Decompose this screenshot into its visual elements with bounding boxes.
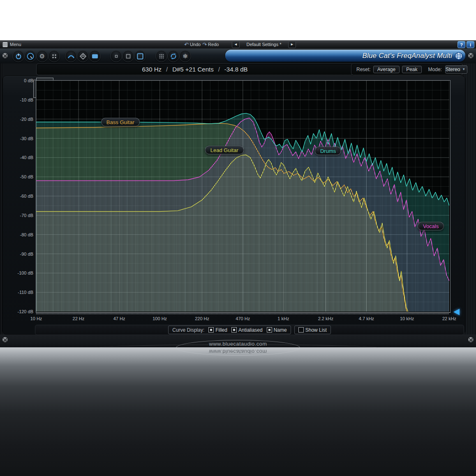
plugin-title: Blue Cat's FreqAnalyst Multi [362, 52, 452, 60]
toolbar-icons: ⚙ ❄ [12, 50, 191, 62]
curve-label[interactable]: Lead Guitar [205, 146, 244, 154]
plugin-window: Menu ↶ Undo ↷ Redo ◀ Default Settings * … [0, 40, 476, 347]
show-list-button[interactable]: Show List [294, 326, 331, 334]
settings-button[interactable]: ⚙ [36, 50, 48, 62]
website-text: www.bluecataudio.com [0, 348, 476, 354]
show-list-button[interactable]: Show List [294, 360, 331, 369]
name-checkbox[interactable]: Name [267, 327, 287, 333]
readout-separator: / [166, 66, 168, 73]
medium-square-icon [125, 53, 132, 60]
curve-display-group: Curve Display: Filled Antialiased Name [168, 360, 291, 369]
checkbox-icon [231, 327, 237, 333]
sync-button[interactable] [167, 50, 179, 62]
checkbox-icon [267, 327, 272, 333]
info-button[interactable]: i [467, 41, 474, 48]
readout-level: -34.8 dB [224, 66, 248, 73]
grid-button[interactable] [155, 50, 167, 62]
slider-arrow-icon[interactable] [453, 309, 460, 315]
small-view-button[interactable] [110, 50, 122, 62]
reset-average-button[interactable]: Average [373, 66, 400, 73]
snowflake-icon: ❄ [183, 53, 188, 59]
undo-button[interactable]: ↶ Undo [184, 42, 201, 47]
knob-button[interactable] [24, 50, 36, 62]
freeze-button[interactable]: ❄ [179, 50, 191, 62]
large-view-button[interactable] [134, 50, 146, 62]
filled-rect-icon [91, 53, 99, 59]
filled-checkbox[interactable]: Filled [208, 327, 227, 333]
medium-view-button[interactable] [122, 50, 134, 62]
curve-display-label: Curve Display: [172, 362, 204, 368]
chevron-down-icon: ▼ [460, 67, 467, 71]
x-tick-label: 1 kHz [277, 316, 289, 321]
reset-label: Reset: [356, 67, 371, 72]
reset-peak-button[interactable]: Peak [402, 66, 421, 73]
checkbox-icon [298, 327, 304, 333]
curve-mode-button[interactable] [65, 50, 77, 62]
preset-name[interactable]: Default Settings * [240, 42, 288, 47]
x-tick-label: 10 kHz [400, 316, 414, 321]
redo-icon: ↷ [202, 42, 207, 47]
fill-display-button[interactable] [89, 50, 101, 62]
filled-checkbox[interactable]: Filled [208, 362, 227, 368]
curve-label[interactable]: Drums [315, 146, 341, 155]
power-button[interactable] [12, 50, 24, 62]
spectrum-display[interactable]: Bass GuitarLead GuitarVocalsDrums [36, 80, 451, 313]
channels-button[interactable] [48, 50, 60, 62]
analyzer-panel: 0 dB-10 dB-20 dB-30 dB-40 dB-50 dB-60 dB… [2, 360, 465, 476]
redo-button[interactable]: ↷ Redo [202, 42, 219, 47]
y-tick-label: -120 dB [13, 381, 33, 386]
y-tick-label: -100 dB [13, 419, 33, 424]
y-tick-label: -30 dB [13, 136, 33, 141]
diamond-range-icon [79, 53, 87, 60]
undo-icon: ↶ [184, 42, 189, 47]
grid-dots-icon [158, 53, 165, 60]
frequency-readout: 630 Hz / D#5 +21 Cents / -34.8 dB [36, 63, 354, 75]
left-bevel [0, 347, 3, 476]
curve-label[interactable]: Bass Guitar [101, 118, 140, 126]
gear-icon: ⚙ [39, 53, 45, 59]
x-tick-label: 220 Hz [195, 374, 209, 379]
help-button[interactable]: ? [458, 41, 465, 48]
range-button[interactable] [77, 50, 89, 62]
antialiased-label: Antialiased [238, 327, 263, 333]
antialiased-label: Antialiased [238, 362, 263, 368]
antialiased-checkbox[interactable]: Antialiased [231, 362, 263, 368]
curve-display-group: Curve Display: Filled Antialiased Name [168, 326, 291, 334]
y-tick-label: -10 dB [13, 97, 33, 102]
curve-label[interactable]: Vocals [418, 464, 444, 473]
x-tick-label: 47 Hz [113, 316, 125, 321]
curve-display-bar: Curve Display: Filled Antialiased Name [35, 360, 464, 370]
antialiased-checkbox[interactable]: Antialiased [231, 327, 263, 333]
y-tick-label: 0 dB [13, 78, 33, 83]
next-preset-button[interactable]: ▶ [288, 41, 296, 48]
x-tick-label: 470 Hz [236, 374, 250, 379]
previous-preset-button[interactable]: ◀ [232, 41, 240, 48]
title-band: Blue Cat's FreqAnalyst Multi [225, 50, 465, 62]
globe-icon [455, 52, 463, 60]
checkbox-icon [208, 327, 214, 333]
reset-mode-controls: Reset: Average Peak Mode: Stereo ▼ [351, 63, 463, 75]
undo-label: Undo [190, 42, 201, 47]
menu-button[interactable]: Menu [0, 42, 21, 47]
x-tick-label: 10 Hz [30, 374, 42, 379]
spectrum-display[interactable]: Bass GuitarLead GuitarVocalsDrums [36, 382, 451, 476]
frequency-tick-strip [36, 380, 449, 382]
filled-label: Filled [215, 327, 227, 333]
curve-icon [67, 53, 75, 60]
x-tick-label: 22 kHz [442, 374, 456, 379]
name-checkbox[interactable]: Name [267, 362, 287, 368]
page: Menu ↶ Undo ↷ Redo ◀ Default Settings * … [0, 0, 476, 476]
x-tick-label: 2.2 kHz [318, 316, 333, 321]
menu-icon [2, 42, 8, 47]
readout-note: D#5 +21 Cents [172, 66, 213, 73]
right-bevel [464, 49, 476, 347]
frequency-tick-strip [36, 312, 449, 314]
x-tick-label: 4.7 kHz [359, 374, 374, 379]
show-list-label: Show List [305, 327, 327, 333]
slider-arrow-icon[interactable] [453, 379, 460, 386]
mode-label: Mode: [428, 67, 442, 72]
redo-label: Redo [208, 42, 219, 47]
mode-select[interactable]: Stereo ▼ [445, 65, 467, 74]
curve-label[interactable]: Vocals [418, 222, 444, 230]
x-tick-label: 470 Hz [236, 316, 250, 321]
